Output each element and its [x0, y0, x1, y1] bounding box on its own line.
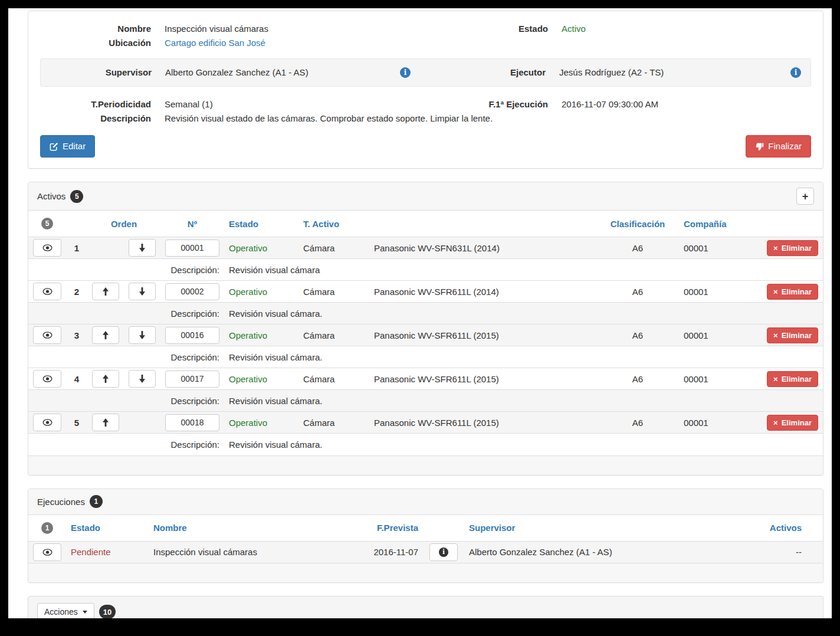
eye-icon — [42, 549, 52, 556]
ejecuciones-panel-heading: Ejecuciones 1 — [28, 489, 823, 515]
editar-button[interactable]: Editar — [40, 135, 95, 158]
x-icon: × — [773, 418, 778, 427]
supervisor-info-icon[interactable]: i — [400, 67, 411, 78]
col-ejec-activos[interactable]: Activos — [752, 515, 823, 542]
activo-orden: 4 — [66, 368, 87, 390]
activo-numero-input[interactable] — [165, 327, 219, 344]
x-icon: × — [773, 331, 778, 340]
move-down-button[interactable] — [129, 283, 156, 300]
activo-clasificacion: A6 — [596, 412, 679, 434]
edit-icon — [50, 142, 58, 151]
activo-row: 3 Operativo Cámara Panasonic WV-SFR611L … — [28, 324, 823, 346]
activo-compania: 00001 — [679, 412, 762, 434]
activo-modelo: Panasonic WV-SFR611L (2014) — [369, 281, 596, 303]
col-ejec-estado[interactable]: Estado — [66, 515, 149, 542]
view-activo-button[interactable] — [33, 414, 61, 431]
ejecucion-supervisor: Alberto Gonzalez Sanchez (A1 - AS) — [464, 541, 752, 563]
ejecucion-nombre: Inspección visual cámaras — [149, 541, 361, 563]
move-down-button[interactable] — [129, 326, 156, 344]
activo-tipo: Cámara — [298, 324, 369, 346]
add-activo-button[interactable]: + — [796, 188, 814, 205]
activo-orden: 5 — [66, 412, 87, 434]
activo-descripcion: Revisión visual cámara — [224, 259, 823, 281]
activo-numero-input[interactable] — [165, 371, 219, 388]
view-activo-button[interactable] — [33, 370, 61, 388]
activo-modelo: Panasonic WV-SFN631L (2014) — [369, 237, 596, 259]
detail-actions: Editar Finalizar — [37, 135, 814, 158]
activo-tipo: Cámara — [298, 237, 369, 259]
col-numero[interactable]: Nº — [160, 211, 224, 237]
ubicacion-label: Ubicación — [37, 36, 151, 50]
move-down-button[interactable] — [129, 370, 156, 388]
move-up-button[interactable] — [92, 283, 119, 300]
activos-table: 5 Orden Nº Estado T. Activo Clasificació… — [28, 211, 823, 455]
activos-title: Activos — [37, 191, 65, 201]
view-activo-button[interactable] — [33, 239, 61, 257]
ejecucion-activos: -- — [752, 541, 823, 563]
ejecutor-info-icon[interactable]: i — [790, 67, 801, 78]
activos-header-count-badge: 5 — [41, 218, 53, 230]
col-ejec-fprevista[interactable]: F.Prevista — [361, 515, 423, 542]
ejecucion-row: Pendiente Inspección visual cámaras 2016… — [28, 541, 823, 563]
move-up-button[interactable] — [92, 326, 119, 344]
activo-numero-input[interactable] — [165, 283, 219, 300]
eye-icon — [42, 419, 52, 426]
ejecuciones-header-row: 1 Estado Nombre F.Prevista Supervisor Ac… — [28, 515, 823, 542]
col-t-activo[interactable]: T. Activo — [298, 211, 369, 237]
descripcion-row-label: Descripción: — [28, 303, 224, 324]
ejecucion-info-button[interactable]: i — [429, 543, 458, 561]
ejecuciones-title: Ejecuciones — [37, 497, 85, 507]
descripcion-label: Descripción — [37, 112, 151, 126]
activo-row: 5 Operativo Cámara Panasonic WV-SFR611L … — [28, 412, 823, 434]
activo-descripcion-row: Descripción: Revisión visual cámara — [28, 259, 823, 281]
eliminar-button[interactable]: ×Eliminar — [767, 284, 818, 300]
eye-icon — [42, 244, 52, 251]
eliminar-button[interactable]: ×Eliminar — [767, 371, 818, 387]
view-activo-button[interactable] — [33, 326, 61, 344]
arrow-down-icon — [139, 331, 146, 339]
acciones-dropdown-button[interactable]: Acciones — [37, 603, 94, 618]
activo-row: 2 Operativo Cámara Panasonic WV-SFR611L … — [28, 281, 823, 303]
activo-descripcion-row: Descripción: Revisión visual cámara. — [28, 434, 823, 455]
activos-header-row: 5 Orden Nº Estado T. Activo Clasificació… — [28, 211, 823, 237]
activo-tipo: Cámara — [298, 412, 369, 434]
activos-panel-heading: Activos 5 + — [28, 182, 823, 211]
activo-estado: Operativo — [224, 281, 298, 303]
activo-numero-input[interactable] — [165, 240, 219, 257]
ubicacion-link[interactable]: Cartago edificio San José — [165, 38, 265, 48]
editar-button-label: Editar — [63, 140, 86, 152]
col-compania[interactable]: Compañía — [679, 211, 762, 237]
arrow-up-icon — [102, 287, 109, 296]
activo-numero-input[interactable] — [165, 414, 219, 431]
periodicidad-value: Semanal (1) — [165, 97, 428, 112]
nombre-label: Nombre — [37, 22, 151, 36]
supervisor-value: Alberto Gonzalez Sanchez (A1 - AS) — [165, 65, 400, 80]
col-ejec-nombre[interactable]: Nombre — [149, 515, 361, 542]
arrow-down-icon — [139, 375, 146, 383]
activo-estado: Operativo — [224, 412, 298, 434]
activo-row: 1 Operativo Cámara Panasonic WV-SFN631L … — [28, 237, 823, 259]
ejecuciones-table: 1 Estado Nombre F.Prevista Supervisor Ac… — [28, 515, 823, 563]
eliminar-button[interactable]: ×Eliminar — [767, 415, 818, 431]
col-estado[interactable]: Estado — [224, 211, 298, 237]
activo-descripcion: Revisión visual cámara. — [224, 434, 823, 455]
finalizar-button[interactable]: Finalizar — [746, 135, 811, 158]
view-activo-button[interactable] — [33, 283, 61, 300]
col-ejec-supervisor[interactable]: Supervisor — [464, 515, 752, 542]
descripcion-row-label: Descripción: — [28, 434, 224, 455]
acciones-button-label: Acciones — [44, 607, 78, 617]
activo-orden: 2 — [66, 281, 87, 303]
eliminar-button[interactable]: ×Eliminar — [767, 327, 818, 343]
view-ejecucion-button[interactable] — [33, 543, 61, 561]
eliminar-button[interactable]: ×Eliminar — [767, 240, 818, 256]
activo-descripcion: Revisión visual cámara. — [224, 303, 823, 324]
col-orden[interactable]: Orden — [87, 211, 160, 237]
estado-label: Estado — [442, 22, 548, 36]
move-up-button[interactable] — [92, 414, 119, 431]
descripcion-value: Revisión visual estado de las cámaras. C… — [165, 112, 814, 126]
estado-value: Activo — [562, 22, 814, 36]
move-up-button[interactable] — [92, 370, 119, 388]
eye-icon — [42, 332, 52, 339]
col-clasificacion[interactable]: Clasificación — [596, 211, 679, 237]
move-down-button[interactable] — [129, 239, 156, 257]
